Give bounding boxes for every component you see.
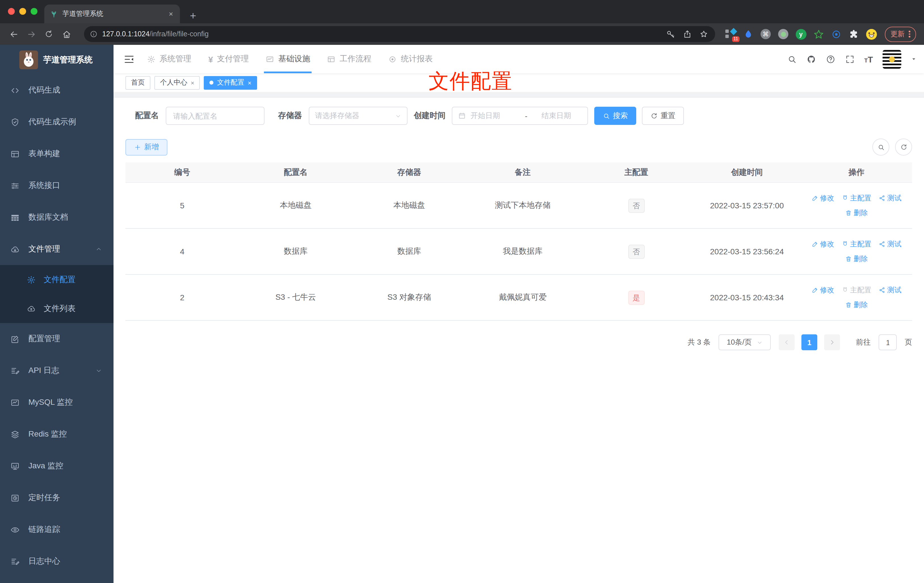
bookmark-star-icon[interactable] [699,30,708,39]
app-header: 系统管理 ¥ 支付管理 基础设施 工作流程 [114,45,924,73]
gear-icon [147,55,155,63]
add-button[interactable]: 新增 [125,139,167,155]
reset-button[interactable]: 重置 [642,107,684,125]
sidebar-item-form-builder[interactable]: 表单构建 [0,138,114,170]
storage-label: 存储器 [278,111,302,121]
search-icon[interactable] [787,54,797,64]
help-icon[interactable] [825,54,835,64]
delete-link[interactable]: 删除 [845,254,868,264]
prev-page-button[interactable] [779,334,795,350]
edit-link[interactable]: 修改 [812,193,834,203]
extension-smiley-icon[interactable] [866,28,877,40]
test-link[interactable]: 测试 [879,193,902,203]
nav-item-payment[interactable]: ¥ 支付管理 [208,45,249,73]
reload-icon[interactable] [42,27,56,41]
github-icon[interactable] [806,54,816,64]
toggle-search-button[interactable] [872,139,889,155]
nav-item-report[interactable]: 统计报表 [388,45,433,73]
current-page[interactable]: 1 [802,334,817,350]
sidebar-item-trace[interactable]: 链路追踪 [0,514,114,545]
sidebar-item-file-manage[interactable]: 文件管理 [0,233,114,265]
refresh-table-button[interactable] [895,139,912,155]
delete-link[interactable]: 删除 [845,208,868,218]
test-link[interactable]: 测试 [879,239,902,249]
sidebar-item-config-manage[interactable]: 配置管理 [0,323,114,355]
start-date-placeholder[interactable]: 开始日期 [470,111,521,121]
date-range-picker[interactable]: 开始日期 - 结束日期 [452,107,588,125]
sidebar-item-java-monitor[interactable]: Java 监控 [0,450,114,482]
extension-target-icon[interactable] [830,28,842,40]
minimize-window-button[interactable] [19,8,26,15]
sidebar-item-scheduled-task[interactable]: 定时任务 [0,482,114,514]
extension-puzzle-icon[interactable] [848,28,859,40]
nav-item-system[interactable]: 系统管理 [147,45,191,73]
forward-icon[interactable] [25,27,38,41]
chrome-update-button[interactable]: 更新 [885,26,916,42]
sidebar-item-file-config[interactable]: 文件配置 [0,265,114,294]
config-name-input[interactable] [166,107,264,125]
cloud-upload-icon [27,304,36,313]
tab-close-icon[interactable]: × [168,10,174,18]
sidebar-item-log-center[interactable]: 日志中心 [0,545,114,577]
nav-item-workflow[interactable]: 工作流程 [327,45,371,73]
master-config-link[interactable]: 主配置 [842,193,871,203]
tag-file-config[interactable]: 文件配置× [204,76,257,89]
extension-drop-icon[interactable] [742,28,754,40]
share-icon [879,195,886,201]
avatar-caret-icon[interactable] [911,56,917,62]
tag-profile[interactable]: 个人中心× [154,76,200,89]
end-date-placeholder[interactable]: 结束日期 [531,111,582,121]
col-header-time: 创建时间 [693,167,801,177]
test-link[interactable]: 测试 [879,285,902,295]
extension-y-icon[interactable]: y [795,28,807,40]
refresh-icon [650,112,658,119]
avatar[interactable] [883,50,901,68]
doc-edit-icon [10,557,20,566]
storage-select[interactable]: 请选择存储器 [309,107,408,125]
close-window-button[interactable] [8,8,15,15]
sidebar-item-system-api[interactable]: 系统接口 [0,170,114,201]
password-key-icon[interactable] [666,29,675,39]
home-icon[interactable] [59,27,73,41]
new-tab-button[interactable]: ＋ [188,10,198,20]
goto-page-input[interactable] [879,334,897,350]
master-config-link[interactable]: 主配置 [842,239,871,249]
extension-grid-icon[interactable]: 11 [725,28,736,40]
search-button[interactable]: 搜索 [594,107,636,125]
back-icon[interactable] [7,27,20,41]
monitor-check-icon [266,55,274,63]
sidebar-collapse-icon[interactable] [124,54,135,64]
app-logo-row[interactable]: 芋道管理系统 [0,45,114,74]
share-icon[interactable] [683,30,692,39]
tag-home[interactable]: 首页 [125,76,150,89]
browser-menu-icon[interactable] [909,31,910,38]
fullscreen-icon[interactable] [845,54,855,64]
monitor-icon [10,461,20,471]
font-size-icon[interactable]: TT [864,54,873,64]
nav-item-infra[interactable]: 基础设施 [266,45,310,73]
next-page-button[interactable] [824,334,840,350]
extension-command-icon[interactable]: ⌘ [760,28,771,40]
browser-tab[interactable]: 芋道管理系统 × [44,5,180,23]
maximize-window-button[interactable] [31,8,38,15]
extension-dot-icon[interactable] [777,28,789,40]
sidebar-item-redis-monitor[interactable]: Redis 监控 [0,418,114,450]
sidebar-item-db-doc[interactable]: 数据库文档 [0,201,114,233]
edit-link[interactable]: 修改 [812,285,834,295]
delete-link[interactable]: 删除 [845,300,868,310]
sidebar-item-code-gen[interactable]: 代码生成 [0,74,114,106]
tag-close-icon[interactable]: × [248,79,251,86]
master-config-link-disabled: 主配置 [842,285,871,295]
tag-close-icon[interactable]: × [191,79,195,86]
page-size-select[interactable]: 10条/页 [719,334,771,350]
sidebar-item-mysql-monitor[interactable]: MySQL 监控 [0,386,114,418]
address-bar[interactable]: 127.0.0.1:1024/infra/file/file-config [84,26,715,42]
table-toolbar: 新增 [125,139,912,155]
edit-link[interactable]: 修改 [812,239,834,249]
extension-star-icon[interactable] [813,28,824,40]
site-info-icon[interactable] [90,30,97,38]
trash-icon [845,256,852,262]
sidebar-item-code-demo[interactable]: 代码生成示例 [0,106,114,138]
sidebar-item-file-list[interactable]: 文件列表 [0,294,114,323]
sidebar-item-api-log[interactable]: API 日志 [0,355,114,386]
